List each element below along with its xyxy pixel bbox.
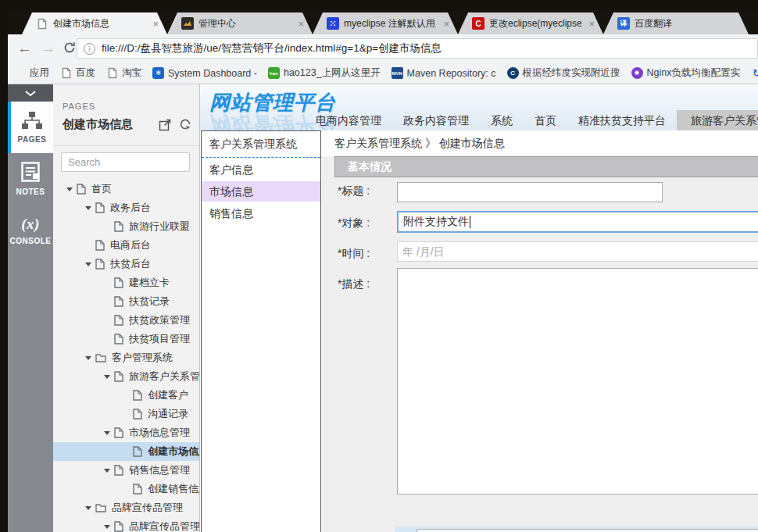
tree-item[interactable]: 客户管理系统 (53, 348, 199, 367)
hao123-icon: hao (268, 67, 280, 79)
breadcrumb: 客户关系管理系统 》 创建市场信息 (322, 130, 758, 156)
bookmark-label: 淘宝 (122, 66, 141, 80)
expand-triangle-icon[interactable] (104, 525, 110, 532)
site-nav-item[interactable]: 首页 (524, 110, 567, 130)
refresh-button[interactable] (63, 41, 77, 59)
page-icon (114, 371, 123, 382)
browser-tab[interactable]: 译百度翻译 (603, 12, 749, 34)
description-textarea[interactable] (397, 268, 758, 495)
open-in-new-window-icon[interactable] (159, 119, 171, 134)
tab-title: myeclipse 注解默认用户 (344, 17, 436, 30)
tree-item-selected[interactable]: 创建市场信息 (53, 442, 199, 461)
tree-item-label: 扶贫项目管理 (129, 332, 190, 346)
tree-item[interactable]: 市场信息管理 (53, 423, 199, 442)
expand-triangle-icon[interactable] (66, 187, 73, 195)
expand-triangle-icon[interactable] (85, 356, 91, 363)
tree-item-label: 品牌宣传品管理 (112, 501, 183, 515)
search-input[interactable] (61, 152, 190, 172)
page-icon (95, 240, 105, 251)
address-bar[interactable]: i file:///D:/盘县智慧旅游/ue/智慧营销平台/index.html… (77, 38, 758, 59)
rail-item-console[interactable]: (x) CONSOLE (8, 205, 53, 256)
tree-item[interactable]: 创建客户 (53, 386, 199, 405)
time-input[interactable] (397, 241, 758, 262)
bookmark-label: 应用 (30, 66, 49, 80)
sitemap-icon (21, 111, 43, 131)
bookmark-item[interactable]: 应用 (14, 66, 49, 80)
apps-grid-icon (14, 67, 26, 79)
tree-item[interactable]: 销售信息管理 (53, 461, 199, 480)
tree-item[interactable]: 扶贫政策管理 (53, 311, 199, 330)
forward-button[interactable]: → (41, 39, 55, 58)
site-nav-item[interactable]: 电商内容管理 (305, 110, 392, 130)
tab-close-icon[interactable]: × (441, 18, 452, 30)
prototype-player: PAGES NOTES (x) CONSOLE PAGES 创建市场信息 (8, 84, 758, 532)
expand-triangle-icon[interactable] (104, 469, 110, 476)
expand-triangle-icon[interactable] (104, 375, 110, 382)
page-icon (133, 390, 142, 401)
page-icon (114, 521, 123, 532)
site-nav-item[interactable]: 精准扶贫支持平台 (567, 110, 677, 130)
expand-triangle-icon[interactable] (85, 206, 91, 213)
tree-item[interactable]: 扶贫记录 (53, 292, 199, 311)
bookmark-item[interactable]: MVNMaven Repository: c (392, 67, 496, 79)
site-nav-item[interactable]: 旅游客户关系管理 (677, 110, 758, 130)
tab-close-icon[interactable]: × (295, 18, 306, 30)
title-input[interactable] (397, 182, 663, 202)
tree-item[interactable]: 创建销售信息 (53, 480, 199, 498)
pages-panel-heading: PAGES (63, 102, 95, 111)
expand-triangle-icon[interactable] (104, 431, 110, 438)
browser-tab[interactable]: 管理中心× (167, 12, 313, 34)
rail-item-label: NOTES (16, 187, 45, 196)
paw-icon: ⁙ (327, 17, 339, 30)
tree-item[interactable]: 品牌宣传品管理 (53, 498, 199, 517)
rail-item-pages[interactable]: PAGES (8, 102, 53, 153)
bookmark-item[interactable]: ✻System Dashboard - (152, 67, 257, 79)
tab-close-icon[interactable]: × (150, 18, 161, 30)
site-nav-item[interactable]: 系统 (480, 110, 524, 130)
tree-item[interactable]: 首页 (53, 180, 199, 198)
bookmark-item[interactable]: 百度 (60, 66, 95, 80)
bookmark-item[interactable]: 淘宝 (106, 66, 141, 80)
tree-item[interactable]: 扶贫后台 (53, 255, 199, 273)
site-nav-item[interactable]: 政务内容管理 (392, 110, 480, 130)
collapse-panel-button[interactable] (8, 84, 53, 102)
tree-item[interactable]: 沟通记录 (53, 405, 199, 423)
browser-toolbar: ← → i file:///D:/盘县智慧旅游/ue/智慧营销平台/index.… (8, 34, 758, 62)
tab-close-icon[interactable]: × (586, 18, 597, 30)
tree-item[interactable]: 扶贫项目管理 (53, 330, 199, 348)
page-icon (95, 202, 105, 213)
tree-item[interactable]: 旅游客户关系管理 (53, 367, 199, 386)
tree-item[interactable]: 政务后台 (53, 198, 199, 217)
browser-tab[interactable]: C更改eclipse(myeclipse)× (458, 12, 603, 34)
tree-item-label: 建档立卡 (129, 276, 170, 290)
highlight-interactions-icon[interactable] (179, 119, 191, 134)
object-input[interactable]: 附件支持文件 (397, 211, 758, 233)
csdn-icon: C (472, 17, 484, 30)
browser-tab[interactable]: 创建市场信息× (22, 12, 167, 34)
tree-item[interactable]: 品牌宣传品管理 (53, 517, 199, 532)
expand-triangle-icon[interactable] (85, 262, 91, 270)
page-icon (114, 315, 123, 326)
bookmark-item[interactable]: ↻最 (751, 66, 758, 80)
back-button[interactable]: ← (17, 39, 32, 58)
bookmark-label: Maven Repository: c (407, 68, 496, 79)
side-menu-title: 客户关系管理系统 (202, 131, 320, 158)
tree-item[interactable]: 电商后台 (53, 236, 199, 255)
bookmark-item[interactable]: ✺Nginx负载均衡配置实 (631, 66, 740, 80)
folder-icon (95, 503, 106, 512)
expand-triangle-icon[interactable] (85, 506, 91, 513)
tree-item[interactable]: 建档立卡 (53, 273, 199, 292)
page-icon (114, 296, 123, 307)
tree-item[interactable]: 旅游行业联盟 (53, 217, 199, 236)
side-menu-item[interactable]: 市场信息 (202, 181, 320, 202)
bookmark-item[interactable]: C根据经纬度实现附近搜 (507, 66, 620, 80)
rail-item-label: CONSOLE (10, 237, 52, 245)
page-icon (77, 184, 86, 195)
bookmark-item[interactable]: haohao123_上网从这里开 (268, 66, 381, 80)
page-info-icon[interactable]: i (84, 43, 95, 55)
tree-item-label: 市场信息管理 (129, 426, 190, 440)
side-menu-item[interactable]: 销售信息 (202, 203, 320, 223)
browser-tab[interactable]: ⁙myeclipse 注解默认用户× (313, 12, 458, 34)
rail-item-notes[interactable]: NOTES (8, 153, 53, 205)
side-menu-item[interactable]: 客户信息 (202, 159, 320, 180)
